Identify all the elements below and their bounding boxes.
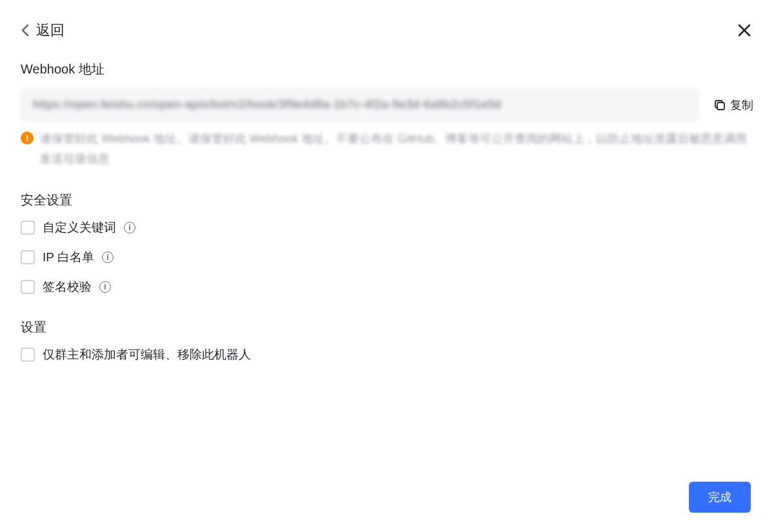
settings-option-only-owner: 仅群主和添加者可编辑、移除此机器人 (21, 346, 753, 363)
ip-allowlist-checkbox[interactable] (21, 250, 35, 264)
security-section: 安全设置 自定义关键词 i IP 白名单 i 签名校验 i (21, 192, 753, 295)
security-title: 安全设置 (21, 192, 753, 209)
svg-rect-0 (717, 103, 724, 110)
ip-allowlist-label: IP 白名单 (43, 249, 94, 266)
security-option-signature: 签名校验 i (21, 279, 753, 295)
chevron-left-icon (21, 23, 31, 38)
dialog-footer: 完成 (689, 482, 751, 513)
copy-label: 复制 (730, 97, 753, 113)
copy-button[interactable]: 复制 (713, 97, 753, 113)
close-button[interactable] (735, 21, 753, 39)
signature-checkbox[interactable] (21, 280, 35, 294)
back-button[interactable]: 返回 (21, 21, 64, 40)
webhook-url-input[interactable] (21, 88, 698, 121)
signature-label: 签名校验 (43, 279, 92, 295)
dialog-header: 返回 (21, 21, 753, 40)
webhook-warning: ! 请保管好此 Webhook 地址。请保管好此 Webhook 地址。不要公布… (21, 129, 753, 168)
copy-icon (713, 99, 726, 112)
security-option-keywords: 自定义关键词 i (21, 219, 753, 236)
info-icon[interactable]: i (102, 251, 114, 263)
webhook-row: 复制 (21, 88, 753, 121)
keywords-label: 自定义关键词 (43, 219, 116, 236)
webhook-section: Webhook 地址 复制 ! 请保管好此 Webhook 地址。请保管好此 W… (21, 61, 753, 168)
only-owner-label: 仅群主和添加者可编辑、移除此机器人 (43, 346, 251, 363)
only-owner-checkbox[interactable] (21, 348, 35, 362)
warning-icon: ! (21, 132, 34, 144)
security-option-ip-allowlist: IP 白名单 i (21, 249, 753, 266)
webhook-title: Webhook 地址 (21, 61, 753, 78)
back-label: 返回 (36, 21, 64, 40)
warning-text: 请保管好此 Webhook 地址。请保管好此 Webhook 地址。不要公布在 … (40, 129, 753, 168)
keywords-checkbox[interactable] (21, 221, 35, 235)
done-button[interactable]: 完成 (689, 482, 751, 513)
settings-title: 设置 (21, 319, 753, 336)
close-icon (737, 23, 751, 37)
settings-section: 设置 仅群主和添加者可编辑、移除此机器人 (21, 319, 753, 363)
info-icon[interactable]: i (124, 222, 135, 233)
info-icon[interactable]: i (99, 281, 111, 293)
